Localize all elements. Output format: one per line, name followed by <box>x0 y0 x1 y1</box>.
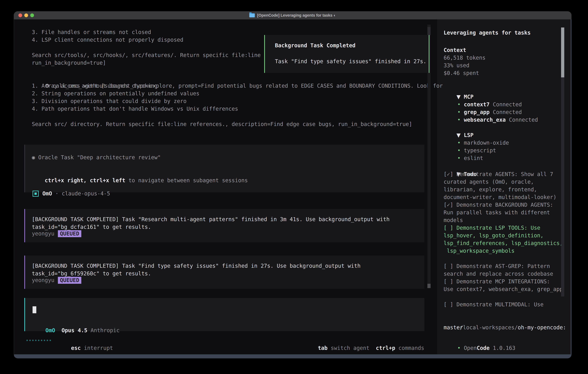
workspace-repo: oh-my-opencode: <box>518 324 566 331</box>
lsp-section-header[interactable]: ▼ LSP <box>444 124 473 131</box>
main-scrollbar-segment[interactable] <box>427 27 430 35</box>
input-footer: OmO Opus 4.5 Anthropic <box>32 319 119 327</box>
task1-user: yeongyu <box>32 230 54 238</box>
context-stats: 66,518 tokens 33% used $0.46 spent <box>444 54 485 77</box>
sidebar-scrollbar-track[interactable] <box>561 77 564 296</box>
window-titlebar[interactable]: [OpenCode] Leveraging agents for tasks ◐ <box>14 11 571 19</box>
status-badge: QUEUED <box>58 277 81 284</box>
oracle-hint: ctrl+x right, ctrl+x left to navigate be… <box>32 169 248 177</box>
context-header: Context <box>444 46 466 54</box>
status-badge: QUEUED <box>58 230 81 237</box>
lsp-item-typescript: • typescript <box>444 139 496 147</box>
statusbar-right: tab switch agent ctrl+p commands <box>305 337 424 344</box>
bullet-icon: • <box>457 117 461 123</box>
todo-section-header[interactable]: ▼ Todo <box>444 163 477 170</box>
oracle-task-title: ◉ Oracle Task "Deep architecture review" <box>32 154 161 161</box>
workspace-path: ~/local-workspaces/oh-my-opencode: <box>444 316 566 324</box>
mcp-item-status: Connected <box>506 117 538 123</box>
ctrlp-key-hint: ctrl+p <box>376 345 395 351</box>
bullet-icon: • <box>457 345 461 351</box>
bullet-icon: • <box>457 155 461 161</box>
text-cursor <box>32 306 36 313</box>
todo-item-pending-multimodal: [ ] Demonstrate MULTIMODAL: Use <box>444 301 544 308</box>
workspace-path-prefix: ~/local-workspaces/ <box>456 324 518 331</box>
background-task-notification: Background Task Completed Task "Find typ… <box>264 35 430 73</box>
folder-icon <box>249 13 255 17</box>
session-model-name: · claude-opus-4-5 <box>55 190 110 197</box>
zoom-button[interactable] <box>30 13 34 17</box>
esc-key-hint: esc <box>71 345 81 351</box>
todo-item-pending-ast-grep: [ ] Demonstrate AST-GREP: Pattern search… <box>444 262 553 278</box>
task2-footer: yeongyu QUEUED <box>32 276 81 284</box>
agent-icon <box>32 191 39 197</box>
task1-footer: yeongyu QUEUED <box>32 230 81 238</box>
notification-body: Task "Find type safety issues" finished … <box>275 58 426 65</box>
mcp-item-websearch-exa: • websearch_exa Connected <box>444 108 538 116</box>
lsp-item-markdown-oxide: • markdown-oxide <box>444 131 509 139</box>
oracle-hint-keys: ctrl+x right, ctrl+x left <box>45 177 125 184</box>
session-agent: OmO <box>42 190 52 197</box>
version-name-bold: Code <box>477 345 490 351</box>
lsp-item-name: eslint <box>464 155 483 161</box>
activity-dots <box>26 340 51 341</box>
mcp-item-grep-app: • grep_app Connected <box>444 101 522 108</box>
sidebar-session-title: Leveraging agents for tasks <box>444 29 531 37</box>
todo-item-pending-mcp-integrations: [ ] Demonstrate MCP INTEGRATIONS: Use co… <box>444 278 563 293</box>
input-model: Opus 4.5 <box>62 327 87 333</box>
sidebar-scrollbar-thumb[interactable] <box>561 28 564 77</box>
version-number: 1.0.163 <box>490 345 515 351</box>
version-name-dim: Open <box>464 345 477 351</box>
window-title: [OpenCode] Leveraging agents for tasks ◐ <box>257 13 336 18</box>
tool-call-body: 1. Array access without bounds checking … <box>32 82 412 128</box>
close-button[interactable] <box>18 13 22 17</box>
mcp-item-name: websearch_exa <box>464 117 506 123</box>
task2-body: [BACKGROUND TASK COMPLETED] Task "Find t… <box>32 262 361 277</box>
opencode-version: • OpenCode 1.0.163 <box>444 337 515 344</box>
todo-item-done-background-agents: [✓] Demonstrate BACKGROUND AGENTS: Run p… <box>444 201 553 224</box>
todo-item-done-agents: [✓] Demonstrate AGENTS: Show all 7 curat… <box>444 170 556 201</box>
statusbar-left: esc interrupt <box>58 337 113 344</box>
task1-body: [BACKGROUND TASK COMPLETED] Task "Resear… <box>32 216 390 231</box>
session-model <box>52 190 55 197</box>
lsp-item-eslint: • eslint <box>444 147 483 154</box>
main-scrollbar-thumb[interactable] <box>427 284 430 288</box>
input-provider: Anthropic <box>91 327 119 333</box>
todo-item-current-lsp-tools: [ ] Demonstrate LSP TOOLS: Use lsp_hover… <box>444 224 563 255</box>
oracle-task-panel <box>24 145 424 192</box>
mcp-item-context7: • context7 Connected <box>444 93 522 101</box>
tab-key-hint: tab <box>318 345 327 351</box>
minimize-button[interactable] <box>24 13 28 17</box>
task2-user: yeongyu <box>32 276 54 284</box>
tool-call-line: ⚙ call_omo_agent [subagent_type=explore,… <box>32 74 443 82</box>
terminal-output-block-1: 3. File handles or streams not closed 4.… <box>32 28 261 67</box>
notification-title: Background Task Completed <box>275 42 356 49</box>
mcp-section-header[interactable]: ▼ MCP <box>444 85 473 93</box>
input-agent: OmO <box>45 327 55 333</box>
workspace-branch: master <box>444 324 463 331</box>
tab-label: switch agent <box>327 345 369 351</box>
session-header[interactable]: OmO · claude-opus-4-5 <box>32 190 110 197</box>
desktop: [OpenCode] Leveraging agents for tasks ◐… <box>0 0 588 374</box>
esc-label: interrupt <box>81 345 113 351</box>
ctrlp-label: commands <box>395 345 424 351</box>
oracle-hint-rest: to navigate between subagent sessions <box>125 177 248 184</box>
